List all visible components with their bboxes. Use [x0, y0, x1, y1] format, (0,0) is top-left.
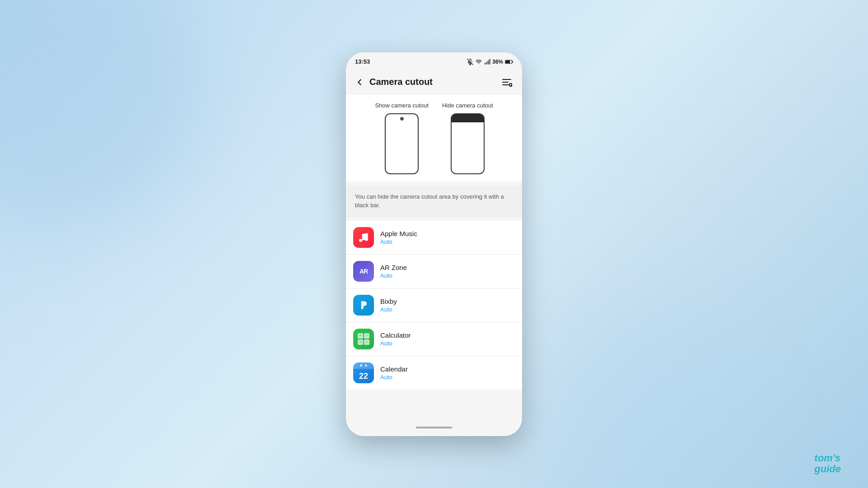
phone-screen: 13:53 [346, 52, 522, 436]
show-cutout-option[interactable]: Show camera cutout [375, 102, 429, 174]
header-left: Camera cutout [353, 76, 433, 88]
ar-text: AR [359, 268, 368, 275]
svg-rect-3 [485, 63, 485, 65]
svg-point-16 [365, 238, 368, 241]
ar-zone-icon: AR [353, 261, 374, 282]
page-header: Camera cutout [346, 70, 522, 95]
app-info: AR Zone Auto [380, 264, 515, 279]
list-item[interactable]: AR AR Zone Auto [346, 255, 522, 288]
app-name: AR Zone [380, 264, 515, 271]
calc-grid: + − × ÷ [358, 333, 369, 345]
calendar-icon: 22 [353, 363, 374, 383]
black-bar [452, 114, 484, 122]
bottom-bar [346, 423, 522, 436]
app-name: Bixby [380, 297, 515, 305]
status-bar: 13:53 [346, 52, 522, 70]
list-item[interactable]: Apple Music Auto [346, 221, 522, 255]
app-info: Calendar Auto [380, 365, 515, 381]
app-status: Auto [380, 374, 515, 381]
calculator-icon: + − × ÷ [353, 329, 374, 349]
apple-music-icon [353, 227, 374, 248]
app-info: Apple Music Auto [380, 230, 515, 245]
show-cutout-label: Show camera cutout [375, 102, 429, 109]
content-area: Show camera cutout Hide camera cutout Yo… [346, 95, 522, 423]
wifi-icon [475, 59, 482, 65]
signal-icon [484, 59, 490, 65]
svg-rect-8 [506, 60, 510, 63]
svg-point-17 [364, 302, 367, 305]
app-status: Auto [380, 238, 515, 245]
status-icons: 36% [467, 59, 513, 65]
bixby-icon [353, 295, 374, 316]
svg-rect-5 [488, 60, 489, 64]
svg-point-15 [359, 239, 362, 242]
svg-rect-6 [490, 59, 490, 64]
calendar-date: 22 [359, 372, 368, 380]
app-name: Calendar [380, 365, 515, 373]
svg-rect-9 [513, 61, 513, 63]
page-title: Camera cutout [369, 77, 433, 87]
app-status: Auto [380, 306, 515, 313]
home-indicator [416, 427, 452, 428]
battery-icon [505, 59, 513, 65]
app-info: Bixby Auto [380, 297, 515, 313]
app-list: Apple Music Auto AR AR Zone Auto [346, 221, 522, 390]
list-item[interactable]: + − × ÷ Calculator Auto [346, 322, 522, 356]
app-status: Auto [380, 340, 515, 347]
svg-rect-4 [486, 61, 487, 64]
app-info: Calculator Auto [380, 331, 515, 347]
watermark-line2: guide [814, 464, 841, 474]
battery-text: 36% [492, 59, 503, 65]
description-section: You can hide the camera cutout area by c… [346, 185, 522, 217]
list-item[interactable]: Bixby Auto [346, 288, 522, 322]
list-item[interactable]: 22 Calendar Auto [346, 356, 522, 390]
cutout-options-section: Show camera cutout Hide camera cutout [346, 95, 522, 181]
hide-cutout-option[interactable]: Hide camera cutout [442, 102, 493, 174]
watermark: tom's guide [814, 453, 841, 474]
calendar-top [353, 363, 374, 369]
watermark-line1: tom's [814, 453, 841, 464]
app-status: Auto [380, 272, 515, 279]
hide-cutout-illustration [451, 113, 485, 174]
show-cutout-illustration [385, 113, 419, 174]
app-name: Apple Music [380, 230, 515, 237]
description-text: You can hide the camera cutout area by c… [355, 192, 513, 210]
mute-icon [467, 59, 473, 65]
status-time: 13:53 [355, 58, 370, 65]
app-name: Calculator [380, 331, 515, 339]
search-filter-button[interactable] [499, 74, 515, 90]
svg-line-14 [511, 85, 512, 86]
hide-cutout-label: Hide camera cutout [442, 102, 493, 109]
back-button[interactable] [353, 76, 366, 88]
